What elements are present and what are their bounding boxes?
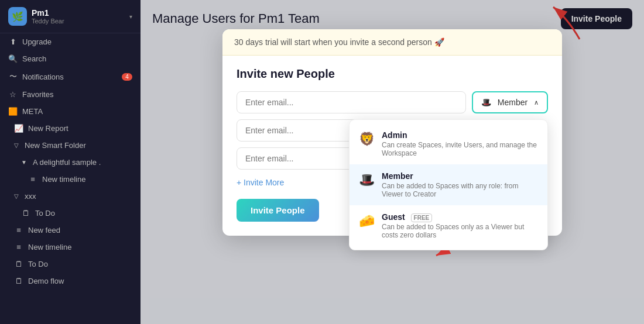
modal-overlay: 30 days trial will start when you invite… [141, 0, 644, 324]
guest-icon: 🧀 [359, 213, 375, 229]
collapse-icon: ▼ [21, 159, 27, 166]
free-badge: FREE [411, 213, 433, 222]
workspace-subtitle: Teddy Bear [32, 18, 122, 25]
workspace-header[interactable]: 🌿 Pm1 Teddy Bear ▾ [0, 0, 141, 33]
workspace-name: Pm1 [32, 8, 122, 18]
sidebar-item-label: New Report [28, 124, 132, 133]
sidebar-item-notifications[interactable]: 〜 Notifications 4 [0, 67, 141, 86]
email-input-1[interactable] [237, 91, 466, 113]
sidebar-item-xxx[interactable]: ▽ xxx [0, 188, 141, 205]
invite-more-button[interactable]: + Invite More [237, 175, 284, 189]
role-option-guest[interactable]: 🧀 Guest FREE Can be added to Spaces only… [350, 205, 547, 246]
member-desc: Can be added to Spaces with any role: fr… [382, 182, 538, 198]
sidebar-item-label: xxx [25, 192, 132, 201]
collapse-icon: ▽ [14, 142, 19, 149]
admin-label: Admin [382, 130, 538, 140]
meta-icon: 🟧 [8, 107, 18, 116]
sidebar-item-label: Demo flow [28, 277, 132, 285]
notification-badge: 4 [122, 73, 132, 81]
sidebar-item-new-timeline-2[interactable]: ≡ New timeline [0, 239, 141, 256]
member-label: Member [382, 171, 538, 181]
workspace-info: Pm1 Teddy Bear [32, 8, 122, 25]
member-info: Member Can be added to Spaces with any r… [382, 171, 538, 198]
invite-people-submit-button[interactable]: Invite People [237, 199, 319, 222]
sidebar-item-favorites[interactable]: ☆ Favorites [0, 86, 141, 103]
todo-icon: 🗒 [21, 209, 30, 218]
sidebar-item-label: Upgrade [22, 37, 132, 46]
role-dropdown: 🦁 Admin Can create Spaces, invite Users,… [349, 119, 548, 250]
role-select-button[interactable]: 🎩 Member ∧ [472, 91, 548, 113]
timeline-icon: ≡ [14, 243, 23, 251]
timeline-icon: ≡ [28, 175, 37, 184]
role-option-admin[interactable]: 🦁 Admin Can create Spaces, invite Users,… [350, 123, 547, 164]
email-role-row-1: 🎩 Member ∧ 🦁 Admin Can create Spaces, in… [237, 91, 548, 113]
sidebar-item-new-feed[interactable]: ≡ New feed [0, 222, 141, 239]
admin-desc: Can create Spaces, invite Users, and man… [382, 141, 538, 157]
notifications-icon: 〜 [8, 71, 18, 82]
todo-icon: 🗒 [14, 260, 23, 268]
admin-icon: 🦁 [359, 132, 375, 147]
sidebar-item-demo-flow[interactable]: 🗒 Demo flow [0, 273, 141, 289]
sidebar-item-label: New timeline [42, 175, 132, 184]
trial-banner: 30 days trial will start when you invite… [222, 29, 562, 56]
guest-info: Guest FREE Can be added to Spaces only a… [382, 212, 538, 239]
role-icon: 🎩 [481, 98, 491, 107]
sidebar-item-a-delightful[interactable]: ▼ A delightful sample . [0, 154, 141, 171]
sidebar: 🌿 Pm1 Teddy Bear ▾ ⬆ Upgrade 🔍 Search 〜 … [0, 0, 141, 324]
upgrade-icon: ⬆ [8, 37, 18, 46]
sidebar-item-label: To Do [35, 209, 132, 218]
sidebar-item-meta[interactable]: 🟧 META [0, 103, 141, 120]
sidebar-item-search[interactable]: 🔍 Search [0, 50, 141, 67]
main-content: Manage Users for Pm1 Team Invite People … [141, 0, 644, 324]
workspace-chevron: ▾ [129, 13, 132, 20]
admin-info: Admin Can create Spaces, invite Users, a… [382, 130, 538, 157]
collapse-icon: ▽ [14, 193, 19, 199]
role-chevron-icon: ∧ [534, 99, 539, 106]
sidebar-item-label: Search [22, 54, 132, 63]
sidebar-item-to-do-2[interactable]: 🗒 To Do [0, 256, 141, 273]
sidebar-item-new-report[interactable]: 📈 New Report [0, 120, 141, 137]
role-label: Member [498, 98, 527, 107]
search-icon: 🔍 [8, 54, 18, 63]
favorites-icon: ☆ [8, 90, 18, 99]
sidebar-item-label: A delightful sample . [33, 158, 132, 167]
guest-desc: Can be added to Spaces only as a Viewer … [382, 223, 538, 239]
workspace-avatar: 🌿 [8, 7, 27, 26]
sidebar-item-label: Favorites [22, 90, 132, 99]
sidebar-item-label: META [22, 107, 132, 116]
sidebar-item-label: New timeline [28, 243, 132, 251]
sidebar-item-label: To Do [28, 260, 132, 268]
sidebar-item-label: New feed [28, 226, 132, 235]
sidebar-item-label: Notifications [22, 73, 117, 81]
invite-modal: 30 days trial will start when you invite… [222, 29, 562, 236]
member-icon: 🎩 [359, 173, 375, 188]
modal-body: Invite new People 🎩 Member ∧ 🦁 [222, 56, 562, 236]
new-report-icon: 📈 [14, 124, 23, 133]
sidebar-item-label: New Smart Folder [25, 141, 132, 150]
sidebar-item-new-timeline-1[interactable]: ≡ New timeline [0, 171, 141, 188]
sidebar-item-to-do-1[interactable]: 🗒 To Do [0, 205, 141, 222]
modal-title: Invite new People [237, 67, 548, 81]
sidebar-item-new-smart-folder[interactable]: ▽ New Smart Folder [0, 137, 141, 154]
sidebar-item-upgrade[interactable]: ⬆ Upgrade [0, 33, 141, 50]
role-option-member[interactable]: 🎩 Member Can be added to Spaces with any… [350, 164, 547, 205]
feed-icon: ≡ [14, 226, 23, 235]
guest-label: Guest FREE [382, 212, 538, 222]
demo-icon: 🗒 [14, 277, 23, 285]
